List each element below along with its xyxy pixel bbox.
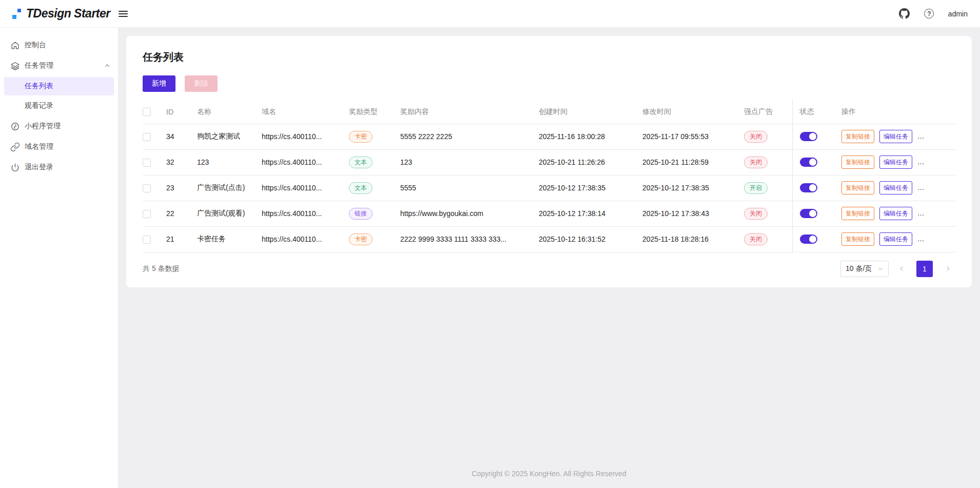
user-menu[interactable]: admin [948, 10, 968, 18]
delete-button[interactable]: 删除 [185, 75, 218, 92]
collapse-menu-icon[interactable] [119, 9, 128, 19]
sidebar-item-label: 域名管理 [25, 142, 53, 151]
prev-page-icon[interactable] [894, 261, 909, 277]
chevron-down-icon [877, 266, 884, 272]
page-number-button[interactable]: 1 [916, 261, 933, 277]
copy-link-button[interactable]: 复制链接 [841, 130, 874, 143]
edit-task-button[interactable]: 编辑任务 [879, 181, 912, 194]
table-body: 34 狗凯之家测试 https://cs.400110... 卡密 5555 2… [143, 124, 955, 252]
table-row: 23 广告测试(点击) https://cs.400110... 文本 5555… [143, 175, 955, 201]
cell-created-time: 2025-10-12 16:31:52 [539, 226, 642, 252]
row-checkbox[interactable] [143, 133, 151, 141]
status-toggle[interactable] [800, 183, 817, 192]
sidebar-item-label: 任务列表 [25, 82, 53, 91]
help-icon[interactable]: ? [924, 8, 935, 19]
copy-link-button[interactable]: 复制链接 [841, 181, 874, 194]
sidebar-item-task-list[interactable]: 任务列表 [4, 77, 114, 95]
cell-reward-content: 5555 2222 2225 [400, 124, 539, 149]
sidebar-item-domain-management[interactable]: 域名管理 [0, 136, 118, 157]
github-icon[interactable] [899, 8, 910, 19]
reward-type-tag: 卡密 [349, 131, 373, 143]
cell-reward-content: 123 [400, 149, 539, 175]
cell-name: 广告测试(点击) [197, 175, 262, 201]
cell-name: 卡密任务 [197, 226, 262, 252]
cell-created-time: 2025-10-12 17:38:14 [539, 201, 642, 226]
cell-domain: https://cs.400110... [262, 149, 349, 175]
sidebar-item-logout[interactable]: 退出登录 [0, 157, 118, 178]
edit-task-button[interactable]: 编辑任务 [879, 207, 912, 220]
edit-task-button[interactable]: 编辑任务 [879, 232, 912, 246]
view-data-button[interactable]: 查看数据 [917, 155, 950, 169]
task-table: ID 名称 域名 奖励类型 奖励内容 创建时间 修改时间 强点广告 状态 操作 … [143, 100, 955, 252]
select-all-checkbox[interactable] [143, 108, 151, 116]
view-data-button[interactable]: 查看数据 [917, 207, 950, 220]
view-data-button[interactable]: 查看数据 [917, 130, 950, 143]
force-ad-tag: 关闭 [744, 157, 768, 168]
row-checkbox[interactable] [143, 184, 151, 192]
cell-name: 广告测试(观看) [197, 201, 262, 226]
sidebar: 控制台 任务管理 任务列表 观看记录 小程序管理 域名管 [0, 28, 118, 488]
row-checkbox[interactable] [143, 236, 151, 244]
column-header-actions: 操作 [841, 100, 955, 124]
task-list-card: 任务列表 新增 删除 ID 名称 域名 奖励类型 [126, 36, 972, 287]
column-header-id: ID [166, 100, 197, 124]
logo-mark-icon [12, 8, 21, 20]
sidebar-item-label: 控制台 [25, 41, 46, 50]
cell-domain: https://cs.400110... [262, 124, 349, 149]
layers-icon [10, 61, 20, 71]
table-row: 22 广告测试(观看) https://cs.400110... 链接 http… [143, 201, 955, 226]
view-data-button[interactable]: 查看数据 [917, 181, 950, 194]
copyright-text: Copyright © 2025 KongHen. All Rights Res… [126, 463, 972, 483]
row-checkbox[interactable] [143, 210, 151, 218]
total-count-label: 共 5 条数据 [143, 264, 180, 274]
cell-id: 21 [166, 226, 197, 252]
force-ad-tag: 关闭 [744, 233, 768, 245]
column-header-domain: 域名 [262, 100, 349, 124]
edit-task-button[interactable]: 编辑任务 [879, 155, 912, 169]
pagination: 10 条/页 1 [840, 261, 955, 277]
page-title: 任务列表 [143, 50, 955, 64]
column-header-status: 状态 [792, 100, 841, 124]
table-row: 21 卡密任务 https://cs.400110... 卡密 2222 999… [143, 226, 955, 252]
status-toggle[interactable] [800, 132, 817, 141]
cell-name: 狗凯之家测试 [197, 124, 262, 149]
sidebar-item-label: 任务管理 [25, 61, 53, 70]
status-toggle[interactable] [800, 209, 817, 218]
page-size-value: 10 条/页 [846, 264, 872, 274]
copy-link-button[interactable]: 复制链接 [841, 207, 874, 220]
column-header-modified: 修改时间 [642, 100, 744, 124]
cell-id: 32 [166, 149, 197, 175]
add-button[interactable]: 新增 [143, 75, 175, 92]
sidebar-item-miniprogram-management[interactable]: 小程序管理 [0, 116, 118, 136]
status-toggle[interactable] [800, 158, 817, 167]
cell-modified-time: 2025-10-21 11:28:59 [642, 149, 744, 175]
reward-type-tag: 文本 [349, 157, 373, 168]
sidebar-item-dashboard[interactable]: 控制台 [0, 35, 118, 55]
column-header-force-ad: 强点广告 [744, 100, 792, 124]
status-toggle[interactable] [800, 235, 817, 244]
cell-modified-time: 2025-10-12 17:38:43 [642, 201, 744, 226]
table-row: 34 狗凯之家测试 https://cs.400110... 卡密 5555 2… [143, 124, 955, 149]
sidebar-item-watch-records[interactable]: 观看记录 [4, 96, 114, 115]
sidebar-item-task-management[interactable]: 任务管理 [0, 55, 118, 76]
table-row: 32 123 https://cs.400110... 文本 123 2025-… [143, 149, 955, 175]
edit-task-button[interactable]: 编辑任务 [879, 130, 912, 143]
miniprogram-icon [10, 122, 20, 131]
cell-modified-time: 2025-11-18 18:28:16 [642, 226, 744, 252]
page-size-select[interactable]: 10 条/页 [840, 261, 889, 277]
copy-link-button[interactable]: 复制链接 [841, 232, 874, 246]
column-header-reward-content: 奖励内容 [400, 100, 539, 124]
cell-created-time: 2025-11-16 18:00:28 [539, 124, 642, 149]
cell-id: 22 [166, 201, 197, 226]
cell-modified-time: 2025-11-17 09:55:53 [642, 124, 744, 149]
home-icon [10, 41, 20, 50]
view-data-button[interactable]: 查看数据 [917, 232, 950, 246]
next-page-icon[interactable] [940, 261, 955, 277]
row-checkbox[interactable] [143, 159, 151, 167]
force-ad-tag: 开启 [744, 182, 768, 194]
power-icon [10, 163, 20, 172]
reward-type-tag: 卡密 [349, 233, 373, 245]
link-icon [10, 142, 20, 152]
copy-link-button[interactable]: 复制链接 [841, 155, 874, 169]
app-logo[interactable]: TDesign Starter [12, 7, 110, 21]
